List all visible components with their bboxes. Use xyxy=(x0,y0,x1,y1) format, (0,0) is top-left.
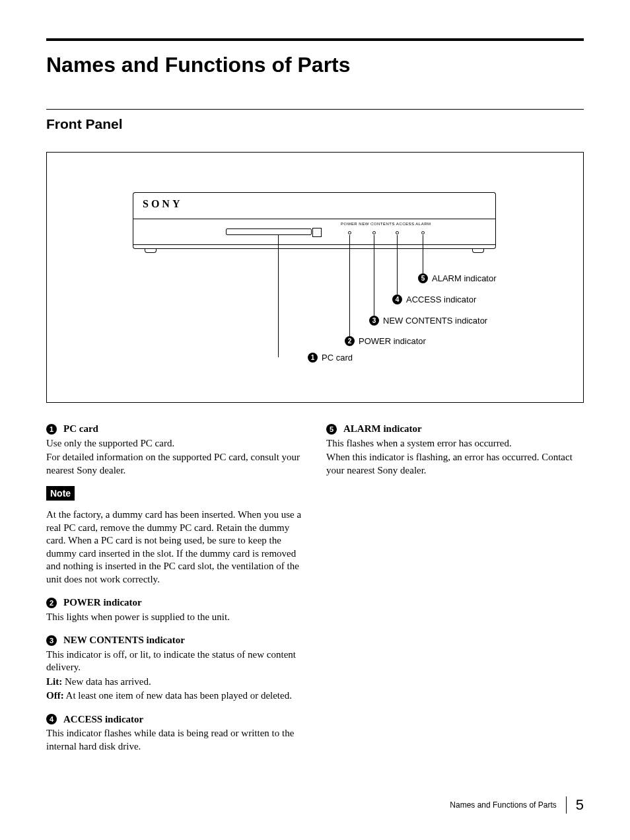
foot-right-icon xyxy=(472,249,484,253)
page-footer: Names and Functions of Parts 5 xyxy=(450,796,584,814)
callout-1: 1 PC card xyxy=(308,353,353,363)
note-body: At the factory, a dummy card has been in… xyxy=(46,508,304,586)
callout-text-2: POWER indicator xyxy=(359,336,426,346)
item-4-num: 4 xyxy=(46,714,57,724)
section-rule xyxy=(46,109,584,110)
brand-logo: SONY xyxy=(143,198,182,209)
lead-line-4 xyxy=(397,235,398,300)
item-1-p1: Use only the supported PC card. xyxy=(46,437,304,450)
lit-text: New data has arrived. xyxy=(62,676,151,687)
item-3-head: 3 NEW CONTENTS indicator xyxy=(46,634,304,647)
indicator-tiny-labels: POWER NEW CONTENTS ACCESS ALARM xyxy=(341,222,431,226)
item-1-title: PC card xyxy=(63,423,98,436)
alarm-led-icon xyxy=(421,231,425,234)
device-feet xyxy=(133,249,496,254)
item-1-head: 1 PC card xyxy=(46,423,304,436)
item-4-p1: This indicator flashes while data is bei… xyxy=(46,727,304,753)
callout-num-4: 4 xyxy=(392,295,402,304)
power-led-icon xyxy=(348,231,351,234)
footer-section-name: Names and Functions of Parts xyxy=(450,800,556,810)
lit-label: Lit: xyxy=(46,676,62,687)
description-columns: 1 PC card Use only the supported PC card… xyxy=(46,419,584,753)
callout-num-5: 5 xyxy=(418,273,428,283)
note-label: Note xyxy=(46,486,75,501)
item-3-title: NEW CONTENTS indicator xyxy=(63,634,185,647)
lead-line-3 xyxy=(374,235,374,321)
device-top-panel: SONY xyxy=(133,192,496,219)
off-text: At least one item of new data has been p… xyxy=(64,690,292,701)
callout-3: 3 NEW CONTENTS indicator xyxy=(369,316,487,326)
callout-text-4: ACCESS indicator xyxy=(406,295,476,304)
callout-text-5: ALARM indicator xyxy=(432,273,497,283)
item-5-num: 5 xyxy=(326,424,337,435)
item-3-num: 3 xyxy=(46,635,57,646)
new-contents-led-icon xyxy=(372,231,376,234)
item-1-p2: For detailed information on the supporte… xyxy=(46,451,304,477)
diagram-frame: SONY POWER NEW CONTENTS ACCESS ALARM 5 A… xyxy=(46,152,584,403)
off-label: Off: xyxy=(46,690,64,701)
item-5-p2: When this indicator is flashing, an erro… xyxy=(326,451,584,477)
right-column: 5 ALARM indicator This flashes when a sy… xyxy=(326,419,584,753)
item-4-head: 4 ACCESS indicator xyxy=(46,713,304,726)
callout-num-1: 1 xyxy=(308,353,318,363)
item-1-num: 1 xyxy=(46,424,57,435)
item-5-head: 5 ALARM indicator xyxy=(326,423,584,436)
item-5-title: ALARM indicator xyxy=(343,423,422,436)
item-3-lit: Lit: New data has arrived. xyxy=(46,676,304,689)
access-led-icon xyxy=(396,231,399,234)
top-rule xyxy=(46,38,584,41)
item-3-p1: This indicator is off, or lit, to indica… xyxy=(46,648,304,674)
callout-text-1: PC card xyxy=(322,353,353,363)
lead-line-2 xyxy=(349,235,350,341)
item-5-p1: This flashes when a system error has occ… xyxy=(326,437,584,450)
left-column: 1 PC card Use only the supported PC card… xyxy=(46,419,304,753)
foot-left-icon xyxy=(145,249,157,253)
lead-line-5 xyxy=(423,235,423,279)
footer-page-number: 5 xyxy=(576,796,584,814)
page-title: Names and Functions of Parts xyxy=(46,53,584,77)
pc-card-slot-icon xyxy=(226,228,312,235)
item-2-title: POWER indicator xyxy=(63,596,142,610)
callout-text-3: NEW CONTENTS indicator xyxy=(383,316,487,326)
item-2-head: 2 POWER indicator xyxy=(46,596,304,610)
footer-divider xyxy=(566,796,567,814)
lead-line-1 xyxy=(278,235,279,357)
callout-2: 2 POWER indicator xyxy=(345,336,426,346)
item-2-num: 2 xyxy=(46,598,57,608)
item-2-p1: This lights when power is supplied to th… xyxy=(46,611,304,624)
callout-4: 4 ACCESS indicator xyxy=(392,295,476,304)
device-front-panel: POWER NEW CONTENTS ACCESS ALARM xyxy=(133,219,496,245)
callout-num-3: 3 xyxy=(369,316,379,326)
callout-num-2: 2 xyxy=(345,336,355,346)
item-3-off: Off: At least one item of new data has b… xyxy=(46,689,304,703)
item-4-title: ACCESS indicator xyxy=(63,713,143,726)
section-title: Front Panel xyxy=(46,116,584,132)
callout-5: 5 ALARM indicator xyxy=(418,273,497,283)
device-illustration: SONY POWER NEW CONTENTS ACCESS ALARM xyxy=(133,192,496,254)
